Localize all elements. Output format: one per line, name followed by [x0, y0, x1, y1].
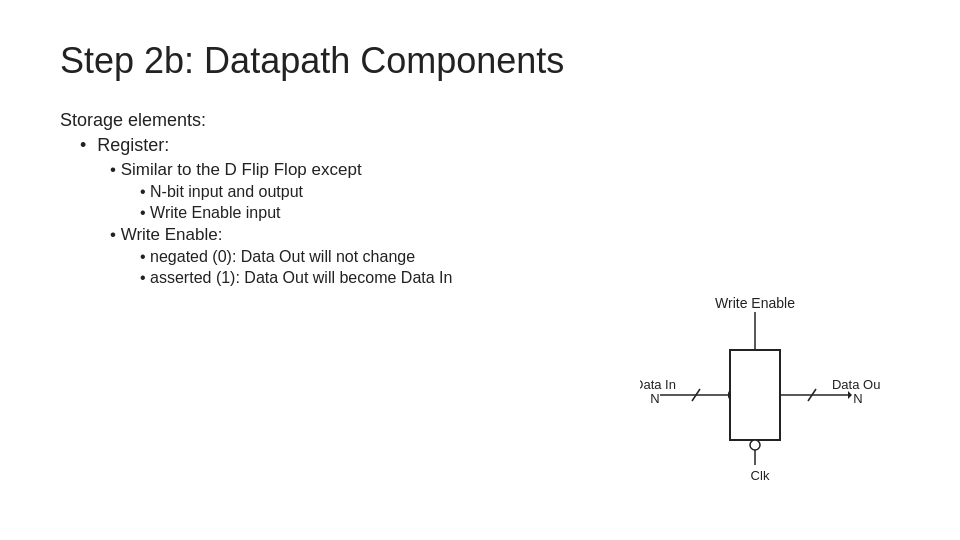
bullet-marker: •: [80, 135, 86, 156]
bullet-marker: •: [140, 204, 146, 221]
write-enable-label: Write Enable:: [121, 225, 223, 244]
list-item: • negated (0): Data Out will not change: [140, 248, 900, 266]
list-item: • Write Enable input: [140, 204, 900, 222]
list-item: • asserted (1): Data Out will become Dat…: [140, 269, 900, 287]
slide: Step 2b: Datapath Components Storage ele…: [0, 0, 960, 540]
list-item: • N-bit input and output: [140, 183, 900, 201]
svg-text:N: N: [853, 391, 862, 406]
svg-text:Clk: Clk: [751, 468, 770, 483]
svg-text:N: N: [650, 391, 659, 406]
nbit-text: N-bit input and output: [150, 183, 303, 200]
bullet-marker: •: [140, 183, 146, 200]
write-enable-input-text: Write Enable input: [150, 204, 280, 221]
asserted-text: asserted (1): Data Out will become Data …: [150, 269, 452, 286]
list-item: • Write Enable:: [110, 225, 900, 245]
section-label: Storage elements:: [60, 110, 900, 131]
slide-title: Step 2b: Datapath Components: [60, 40, 900, 82]
bullet-marker: •: [140, 269, 146, 286]
svg-rect-1: [730, 350, 780, 440]
bullet-marker: •: [110, 160, 116, 179]
svg-text:Data Out: Data Out: [832, 377, 880, 392]
content-area: Storage elements: • Register: • Similar …: [60, 110, 900, 287]
register-label: Register:: [97, 135, 169, 155]
bullet-marker: •: [140, 248, 146, 265]
list-item: • Register:: [80, 135, 900, 156]
svg-marker-8: [848, 391, 852, 399]
bullet-marker: •: [110, 225, 116, 244]
flip-flop-text: Similar to the D Flip Flop except: [121, 160, 362, 179]
negated-text: negated (0): Data Out will not change: [150, 248, 415, 265]
list-item: • Similar to the D Flip Flop except: [110, 160, 900, 180]
diagram-svg: Write Enable Data In N Data Out N: [640, 290, 880, 490]
write-enable-diagram-label: Write Enable: [715, 295, 795, 311]
register-diagram: Write Enable Data In N Data Out N: [640, 290, 880, 490]
svg-point-13: [750, 440, 760, 450]
svg-text:Data In: Data In: [640, 377, 676, 392]
